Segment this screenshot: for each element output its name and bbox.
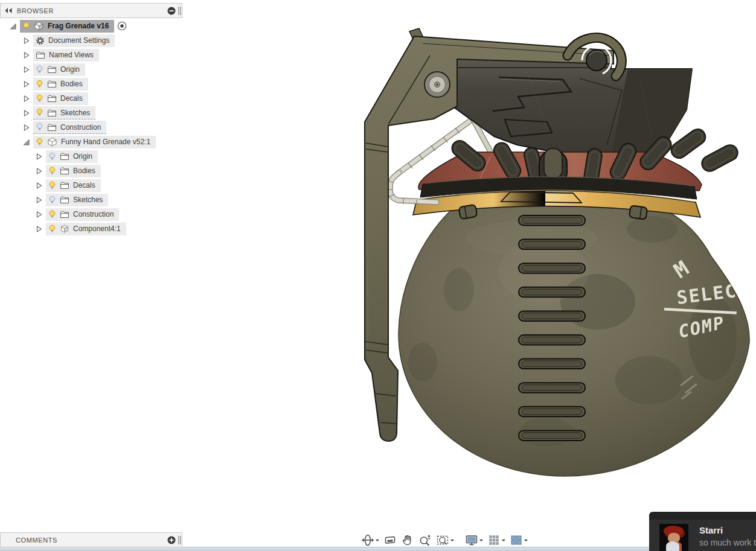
nav-fit-zoom-window-button[interactable]	[436, 533, 454, 547]
visibility-bulb-on-icon[interactable]	[48, 167, 56, 176]
folder-icon	[36, 51, 45, 59]
visibility-bulb-off-icon[interactable]	[36, 123, 43, 132]
visibility-bulb-on-icon[interactable]	[48, 225, 56, 234]
collapsed-triangle-icon[interactable]	[35, 153, 43, 161]
grenade-lug-right	[629, 205, 648, 220]
tree-item-chip[interactable]: Component4:1	[46, 223, 126, 235]
collapsed-triangle-icon[interactable]	[22, 51, 30, 59]
tree-item-chip[interactable]: Origin	[33, 63, 85, 76]
viewports-icon	[510, 533, 523, 547]
activate-component-radio-icon[interactable]	[117, 21, 127, 31]
tree-item-construction[interactable]: Construction	[0, 120, 193, 135]
tree-item-decals[interactable]: Decals	[0, 178, 193, 193]
collapsed-triangle-icon[interactable]	[22, 80, 30, 88]
tree-item-chip[interactable]: Funny Hand Grenade v52:1	[33, 136, 156, 148]
tree-twisty[interactable]	[22, 65, 30, 74]
expanded-triangle-icon[interactable]	[9, 22, 17, 30]
visibility-bulb-off-icon[interactable]	[36, 65, 43, 74]
visibility-bulb-off-icon[interactable]	[48, 152, 56, 161]
folder-icon	[47, 80, 57, 88]
visibility-bulb-on-icon[interactable]	[36, 94, 43, 103]
tree-twisty[interactable]	[22, 94, 30, 103]
browser-tree: Frag Grenade v16Document SettingsNamed V…	[0, 19, 193, 236]
tree-item-funny-hand-grenade-v52-1[interactable]: Funny Hand Grenade v52:1	[0, 135, 193, 149]
collapsed-triangle-icon[interactable]	[22, 109, 30, 117]
tree-item-sketches[interactable]: Sketches	[0, 193, 193, 207]
visibility-bulb-on-icon[interactable]	[36, 138, 43, 147]
collapsed-triangle-icon[interactable]	[35, 211, 43, 218]
nav-zoom-button[interactable]	[418, 533, 432, 547]
expand-comments-icon[interactable]	[167, 536, 176, 544]
collapsed-triangle-icon[interactable]	[22, 37, 30, 45]
tree-item-bodies[interactable]: Bodies	[0, 77, 193, 91]
tree-twisty[interactable]	[34, 196, 43, 204]
expanded-triangle-icon[interactable]	[22, 138, 30, 146]
visibility-bulb-on-icon[interactable]	[22, 22, 30, 31]
dropdown-caret-icon[interactable]	[502, 540, 505, 543]
nav-viewports-button[interactable]	[510, 533, 528, 547]
collapsed-triangle-icon[interactable]	[22, 95, 30, 103]
visibility-bulb-on-icon[interactable]	[36, 80, 43, 89]
tree-item-construction[interactable]: Construction	[0, 207, 193, 221]
tree-twisty[interactable]	[34, 167, 43, 175]
tree-twisty[interactable]	[22, 51, 30, 59]
collapsed-triangle-icon[interactable]	[22, 66, 30, 74]
dropdown-caret-icon[interactable]	[524, 540, 528, 543]
tree-item-chip[interactable]: Decals	[46, 179, 101, 192]
tree-twisty[interactable]	[22, 109, 30, 117]
tree-item-chip[interactable]: Origin	[46, 150, 98, 163]
tree-item-decals[interactable]: Decals	[0, 91, 193, 106]
tree-twisty[interactable]	[34, 152, 43, 161]
tree-item-document-settings[interactable]: Document Settings	[0, 33, 193, 48]
browser-panel-header: BROWSER	[0, 3, 182, 18]
panel-grip-handle[interactable]	[178, 6, 181, 16]
tree-item-frag-grenade-v16[interactable]: Frag Grenade v16	[0, 19, 193, 33]
tree-item-component4-1[interactable]: Component4:1	[0, 221, 193, 236]
tree-twisty[interactable]	[22, 123, 30, 132]
tree-item-chip[interactable]: Document Settings	[33, 34, 115, 47]
tree-twisty[interactable]	[34, 210, 43, 218]
tree-item-chip[interactable]: Sketches	[33, 106, 95, 119]
tree-item-chip[interactable]: Bodies	[46, 165, 101, 177]
nav-display-settings-button[interactable]	[465, 533, 483, 547]
dropdown-caret-icon[interactable]	[376, 540, 379, 543]
collapsed-triangle-icon[interactable]	[35, 225, 43, 233]
collapsed-triangle-icon[interactable]	[35, 196, 43, 204]
collapsed-triangle-icon[interactable]	[35, 167, 43, 175]
tree-item-chip[interactable]: Named Views	[33, 49, 99, 62]
visibility-bulb-off-icon[interactable]	[48, 196, 56, 205]
tree-item-chip[interactable]: Construction	[33, 121, 106, 134]
minimize-panel-icon[interactable]	[167, 7, 176, 15]
tree-item-chip[interactable]: Bodies	[33, 78, 88, 91]
tree-twisty[interactable]	[22, 138, 30, 146]
folder-icon	[60, 196, 69, 204]
dropdown-caret-icon[interactable]	[479, 540, 483, 543]
zoom-window-icon	[436, 533, 449, 547]
tree-twisty[interactable]	[34, 225, 43, 233]
visibility-bulb-on-icon[interactable]	[48, 210, 56, 219]
collapsed-triangle-icon[interactable]	[22, 124, 30, 132]
tree-twisty[interactable]	[22, 36, 30, 45]
visibility-bulb-on-icon[interactable]	[36, 108, 43, 117]
nav-orbit-button[interactable]	[361, 533, 379, 547]
panel-grip-handle[interactable]	[178, 535, 181, 545]
tree-item-origin[interactable]: Origin	[0, 62, 193, 77]
nav-layout-grid-button[interactable]	[487, 533, 505, 547]
tree-twisty[interactable]	[34, 181, 43, 190]
nav-pan-button[interactable]	[401, 533, 414, 547]
tree-item-origin[interactable]: Origin	[0, 149, 193, 164]
tree-item-chip[interactable]: Frag Grenade v16	[20, 20, 114, 33]
tree-item-chip[interactable]: Construction	[46, 208, 119, 221]
tree-item-named-views[interactable]: Named Views	[0, 48, 193, 62]
visibility-bulb-on-icon[interactable]	[48, 181, 56, 190]
tree-item-chip[interactable]: Sketches	[46, 194, 108, 206]
dropdown-caret-icon[interactable]	[450, 540, 454, 543]
tree-item-bodies[interactable]: Bodies	[0, 164, 193, 178]
tree-item-chip[interactable]: Decals	[33, 92, 88, 105]
collapse-panel-icon[interactable]	[4, 7, 13, 14]
collapsed-triangle-icon[interactable]	[35, 182, 43, 190]
tree-twisty[interactable]	[22, 80, 30, 88]
tree-item-sketches[interactable]: Sketches	[0, 106, 193, 120]
tree-twisty[interactable]	[8, 22, 17, 30]
nav-look-at-button[interactable]	[383, 533, 397, 547]
